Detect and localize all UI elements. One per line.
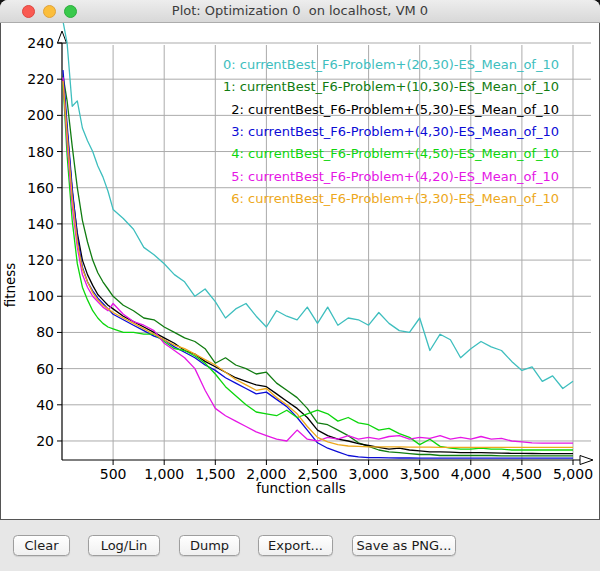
y-tick-label: 220 [27, 71, 54, 87]
export-button[interactable]: Export... [258, 535, 333, 556]
title-bar[interactable]: Plot: Optimization 0 on localhost, VM 0 [0, 0, 600, 23]
chart-canvas: 204060801001201401601802002202405001,000… [1, 23, 599, 519]
y-tick-label: 20 [36, 433, 54, 449]
y-tick-label: 120 [27, 252, 54, 268]
dump-button[interactable]: Dump [179, 535, 240, 556]
x-tick-label: 4,000 [451, 466, 491, 482]
y-tick-label: 100 [27, 288, 54, 304]
clear-button[interactable]: Clear [13, 535, 70, 556]
y-axis-title: fitness [2, 263, 18, 308]
x-tick-label: 5,000 [553, 466, 593, 482]
y-tick-label: 40 [36, 397, 54, 413]
x-tick-label: 3,000 [349, 466, 389, 482]
x-tick-label: 4,500 [502, 466, 542, 482]
y-tick-label: 240 [27, 35, 54, 51]
button-bar: Clear Log/Lin Dump Export... Save as PNG… [0, 520, 600, 571]
window-title: Plot: Optimization 0 on localhost, VM 0 [0, 3, 600, 18]
x-tick-label: 1,000 [144, 466, 184, 482]
y-tick-label: 80 [36, 324, 54, 340]
y-tick-label: 200 [27, 107, 54, 123]
x-axis-arrow-icon [580, 456, 593, 465]
x-axis-title: function calls [256, 480, 346, 496]
x-tick-label: 500 [100, 466, 127, 482]
plot-window: Plot: Optimization 0 on localhost, VM 0 … [0, 0, 600, 571]
y-tick-label: 140 [27, 216, 54, 232]
x-tick-label: 1,500 [195, 466, 235, 482]
y-tick-label: 160 [27, 180, 54, 196]
x-tick-label: 3,500 [400, 466, 440, 482]
log-lin-button[interactable]: Log/Lin [88, 535, 160, 556]
plot-panel: 204060801001201401601802002202405001,000… [0, 23, 600, 520]
save-as-png-button[interactable]: Save as PNG... [352, 535, 456, 556]
y-tick-label: 180 [27, 144, 54, 160]
y-tick-label: 60 [36, 361, 54, 377]
